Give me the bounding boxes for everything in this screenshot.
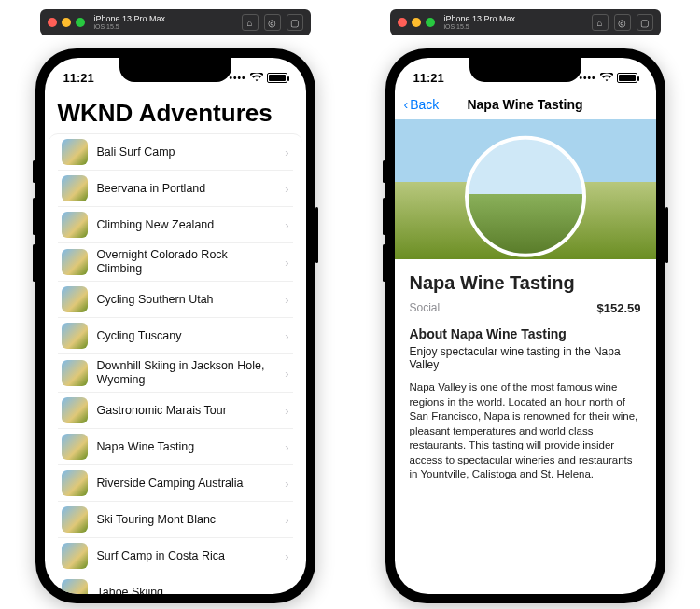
chevron-right-icon: › — [285, 477, 288, 491]
list-item[interactable]: Climbing New Zealand› — [58, 207, 293, 243]
chevron-right-icon: › — [285, 293, 288, 307]
list-thumbnail — [62, 434, 88, 460]
list-item-label: Cycling Southern Utah — [97, 293, 276, 307]
screenshot-icon[interactable]: ◎ — [614, 14, 631, 31]
nav-title: Napa Wine Tasting — [395, 97, 656, 112]
zoom-icon[interactable] — [76, 18, 85, 27]
list-item-label: Tahoe Skiing — [97, 586, 276, 595]
detail-category: Social — [410, 301, 441, 315]
minimize-icon[interactable] — [412, 18, 421, 27]
list-thumbnail — [62, 249, 88, 275]
list-item-label: Riverside Camping Australia — [97, 477, 276, 491]
window-controls — [48, 18, 85, 27]
page-title: WKND Adventures — [45, 91, 306, 133]
list-thumbnail — [62, 323, 88, 349]
list-item[interactable]: Cycling Tuscany› — [58, 318, 293, 354]
list-item[interactable]: Napa Wine Tasting› — [58, 429, 293, 465]
list-item[interactable]: Tahoe Skiing› — [58, 574, 293, 594]
simulator-os: iOS 15.5 — [94, 23, 236, 30]
list-item[interactable]: Cycling Southern Utah› — [58, 282, 293, 318]
chevron-right-icon: › — [285, 586, 288, 595]
cellular-icon: •••• — [579, 73, 595, 83]
wifi-icon — [600, 73, 613, 82]
simulator-titlebar: iPhone 13 Pro Max iOS 15.5 ⌂ ◎ ▢ — [390, 9, 661, 35]
list-item-label: Bali Surf Camp — [97, 145, 276, 159]
close-icon[interactable] — [398, 18, 407, 27]
screenshot-icon[interactable]: ◎ — [264, 14, 281, 31]
chevron-right-icon: › — [285, 256, 288, 270]
list-item[interactable]: Surf Camp in Costa Rica› — [58, 538, 293, 574]
simulator-os: iOS 15.5 — [444, 23, 586, 30]
detail-price: $152.59 — [597, 301, 641, 315]
list-thumbnail — [62, 506, 88, 533]
list-item-label: Downhill Skiing in Jackson Hole, Wyoming — [97, 359, 276, 387]
list-item[interactable]: Overnight Colorado Rock Climbing› — [58, 243, 293, 282]
list-thumbnail — [62, 397, 88, 423]
list-item[interactable]: Ski Touring Mont Blanc› — [58, 502, 293, 538]
cellular-icon: •••• — [229, 73, 245, 83]
chevron-right-icon: › — [285, 367, 288, 381]
chevron-right-icon: › — [285, 440, 288, 454]
list-thumbnail — [62, 360, 88, 386]
list-item-label: Cycling Tuscany — [97, 329, 276, 343]
simulator-device: iPhone 13 Pro Max — [94, 15, 236, 23]
simulator-device: iPhone 13 Pro Max — [444, 15, 586, 23]
rotate-icon[interactable]: ▢ — [287, 14, 303, 31]
window-controls — [398, 18, 435, 27]
list-item[interactable]: Riverside Camping Australia› — [58, 465, 293, 502]
list-thumbnail — [62, 579, 88, 594]
list-thumbnail — [62, 286, 88, 312]
phone-frame: 11:21 •••• WKND Adventures Bali Surf Cam… — [35, 48, 315, 603]
hero-image — [395, 119, 656, 259]
rotate-icon[interactable]: ▢ — [637, 14, 653, 31]
minimize-icon[interactable] — [62, 18, 71, 27]
list-item-label: Napa Wine Tasting — [97, 440, 276, 454]
detail-title: Napa Wine Tasting — [410, 272, 641, 294]
about-heading: About Napa Wine Tasting — [410, 326, 641, 341]
detail-tagline: Enjoy spectacular wine tasting in the Na… — [410, 345, 641, 371]
list-item[interactable]: Downhill Skiing in Jackson Hole, Wyoming… — [58, 354, 293, 393]
list-item[interactable]: Bali Surf Camp› — [58, 134, 293, 171]
chevron-right-icon: › — [285, 549, 288, 563]
zoom-icon[interactable] — [426, 18, 435, 27]
list-item-label: Climbing New Zealand — [97, 218, 276, 232]
phone-frame: 11:21 •••• ‹ Back Napa Wine Tasting — [385, 48, 665, 603]
adventure-list[interactable]: Bali Surf Camp›Beervana in Portland›Clim… — [49, 133, 302, 594]
chevron-right-icon: › — [285, 329, 288, 343]
list-thumbnail — [62, 470, 88, 496]
chevron-right-icon: › — [285, 145, 288, 159]
battery-icon — [267, 73, 287, 83]
list-item-label: Surf Camp in Costa Rica — [97, 549, 276, 563]
list-item[interactable]: Beervana in Portland› — [58, 171, 293, 207]
chevron-right-icon: › — [285, 182, 288, 196]
chevron-right-icon: › — [285, 404, 288, 418]
list-item-label: Ski Touring Mont Blanc — [97, 513, 276, 527]
list-item-label: Beervana in Portland — [97, 182, 276, 196]
list-thumbnail — [62, 175, 88, 201]
list-thumbnail — [62, 139, 88, 165]
home-icon[interactable]: ⌂ — [242, 14, 259, 31]
wifi-icon — [250, 73, 263, 82]
simulator-titlebar: iPhone 13 Pro Max iOS 15.5 ⌂ ◎ ▢ — [40, 9, 311, 35]
list-thumbnail — [62, 543, 88, 569]
nav-bar: ‹ Back Napa Wine Tasting — [395, 91, 656, 119]
list-item-label: Overnight Colorado Rock Climbing — [97, 248, 276, 276]
chevron-right-icon: › — [285, 218, 288, 232]
close-icon[interactable] — [48, 18, 57, 27]
status-time: 11:21 — [63, 71, 94, 85]
hero-circle-image — [465, 136, 586, 257]
detail-description: Napa Valley is one of the most famous wi… — [410, 381, 641, 482]
battery-icon — [617, 73, 637, 83]
status-time: 11:21 — [413, 71, 444, 85]
list-thumbnail — [62, 212, 88, 238]
home-icon[interactable]: ⌂ — [592, 14, 609, 31]
list-item-label: Gastronomic Marais Tour — [97, 404, 276, 418]
list-item[interactable]: Gastronomic Marais Tour› — [58, 393, 293, 429]
chevron-right-icon: › — [285, 513, 288, 527]
